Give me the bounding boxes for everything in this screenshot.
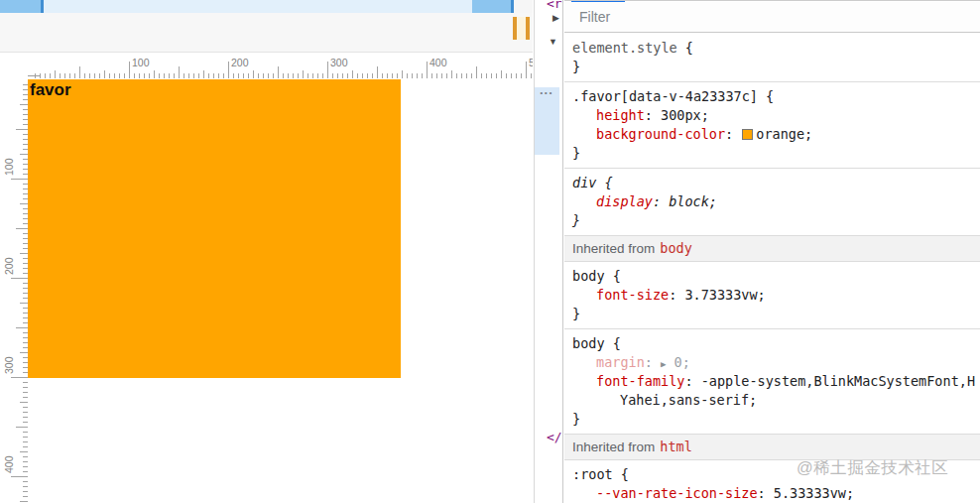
v-ruler-label: 300: [4, 356, 15, 374]
h-ruler-tick: [74, 73, 75, 78]
css-line[interactable]: background-color: orange;: [564, 125, 980, 144]
favor-element[interactable]: favor: [28, 79, 401, 378]
selected-dom-node[interactable]: ...: [535, 87, 559, 155]
css-token: margin: [596, 354, 645, 370]
h-ruler-tick: [407, 73, 408, 78]
v-ruler-label: 100: [4, 158, 15, 176]
h-ruler-tick: [417, 73, 418, 78]
node-link[interactable]: body: [655, 240, 692, 256]
inherited-from-label: Inherited from: [572, 440, 655, 454]
h-ruler-tick: [124, 73, 125, 78]
css-line[interactable]: body {: [564, 334, 980, 353]
v-ruler-tick: [11, 377, 28, 378]
css-line[interactable]: font-size: 3.73333vw;: [564, 286, 980, 305]
page-viewport: 100200300400500100200300400 favor: [0, 0, 533, 503]
css-line[interactable]: }: [564, 410, 980, 429]
h-ruler-tick: [114, 73, 115, 78]
v-ruler-tick: [11, 179, 28, 180]
h-ruler-tick: [268, 73, 269, 78]
h-ruler-tick: [45, 73, 46, 78]
h-ruler-tick: [169, 73, 170, 78]
css-line[interactable]: element.style {: [564, 39, 980, 58]
css-line[interactable]: --van-rate-icon-size: 5.33333vw;: [564, 484, 980, 503]
v-ruler-tick: [16, 228, 28, 229]
h-ruler-tick: [377, 66, 378, 78]
h-ruler-tick: [317, 73, 318, 78]
v-ruler-tick: [23, 446, 28, 447]
h-ruler-tick: [89, 73, 90, 78]
h-ruler-tick: [357, 73, 358, 78]
v-ruler-tick: [16, 327, 28, 328]
css-token: }: [572, 212, 580, 228]
h-ruler-tick: [154, 70, 155, 78]
h-ruler-tick: [466, 73, 467, 78]
css-token: :: [645, 354, 661, 370]
h-ruler-tick: [451, 70, 452, 78]
h-ruler-tick: [283, 73, 284, 78]
h-ruler-tick: [446, 73, 447, 78]
node-link[interactable]: html: [655, 439, 692, 454]
filter-input[interactable]: Filter: [564, 2, 980, 25]
css-line[interactable]: display: block;: [564, 192, 980, 211]
h-ruler-tick: [149, 73, 150, 78]
v-ruler-tick: [11, 476, 28, 477]
h-ruler-tick: [99, 73, 100, 78]
color-swatch[interactable]: [742, 129, 753, 140]
h-ruler-tick: [193, 73, 194, 78]
css-line[interactable]: body {: [564, 267, 980, 286]
browser-strip-segment: [472, 0, 511, 13]
css-line[interactable]: }: [564, 211, 980, 230]
tree-expand-icon[interactable]: ▶: [552, 13, 559, 23]
v-ruler-tick: [23, 387, 28, 388]
h-ruler-tick: [322, 73, 323, 78]
page-top-band: [0, 13, 533, 53]
css-token: div {: [572, 175, 613, 190]
css-token: :: [653, 193, 669, 209]
css-token: font-family: [596, 373, 684, 389]
h-ruler-tick: [84, 73, 85, 78]
v-ruler-tick: [16, 427, 28, 428]
h-ruler-tick: [307, 73, 308, 78]
h-ruler-tick: [129, 62, 130, 78]
h-ruler-tick: [312, 73, 313, 78]
css-line[interactable]: margin: ▶ 0;: [564, 353, 980, 372]
v-ruler-tick: [20, 303, 28, 304]
more-actions-icon[interactable]: ...: [540, 82, 553, 97]
css-line[interactable]: div {: [564, 174, 980, 192]
h-ruler-tick: [332, 73, 333, 78]
browser-strip-segment: [44, 0, 472, 13]
h-ruler-tick: [119, 73, 120, 78]
css-line[interactable]: .favor[data-v-4a23337c] {: [564, 87, 980, 106]
v-ruler-tick: [20, 501, 28, 502]
devtools-window: 100200300400500100200300400 favor <r ▶ ▼…: [0, 0, 980, 503]
h-ruler-tick: [367, 73, 368, 78]
dom-closing-tag[interactable]: </: [547, 430, 562, 444]
css-token: body {: [572, 268, 621, 284]
h-ruler-tick: [243, 73, 244, 78]
css-token: }: [572, 145, 580, 161]
h-ruler-tick: [481, 73, 482, 78]
css-line[interactable]: }: [564, 58, 980, 76]
h-ruler-tick: [303, 70, 304, 78]
css-line[interactable]: Yahei,sans-serif;: [564, 391, 980, 410]
h-ruler-tick: [456, 73, 457, 78]
h-ruler-tick: [431, 73, 432, 78]
h-ruler-tick: [526, 62, 527, 78]
css-token: :: [725, 126, 741, 142]
watermark: @稀土掘金技术社区: [796, 457, 948, 479]
css-line[interactable]: }: [564, 305, 980, 323]
h-ruler-tick: [203, 70, 204, 78]
css-token: -apple-system,BlinkMacSystemFont,H: [701, 373, 975, 389]
css-line[interactable]: height: 300px;: [564, 106, 980, 125]
h-ruler-tick: [233, 73, 234, 78]
css-line[interactable]: font-family: -apple-system,BlinkMacSyste…: [564, 372, 980, 391]
dom-open-tag[interactable]: <r: [547, 0, 562, 11]
css-line[interactable]: }: [564, 144, 980, 163]
css-token: 3.73333vw;: [684, 287, 765, 303]
v-ruler-tick: [20, 352, 28, 353]
h-ruler-label: 500: [529, 58, 533, 68]
v-ruler-tick: [23, 432, 28, 433]
h-ruler-tick: [238, 73, 239, 78]
tree-collapse-icon[interactable]: ▼: [549, 37, 557, 47]
h-ruler-tick: [516, 73, 517, 78]
